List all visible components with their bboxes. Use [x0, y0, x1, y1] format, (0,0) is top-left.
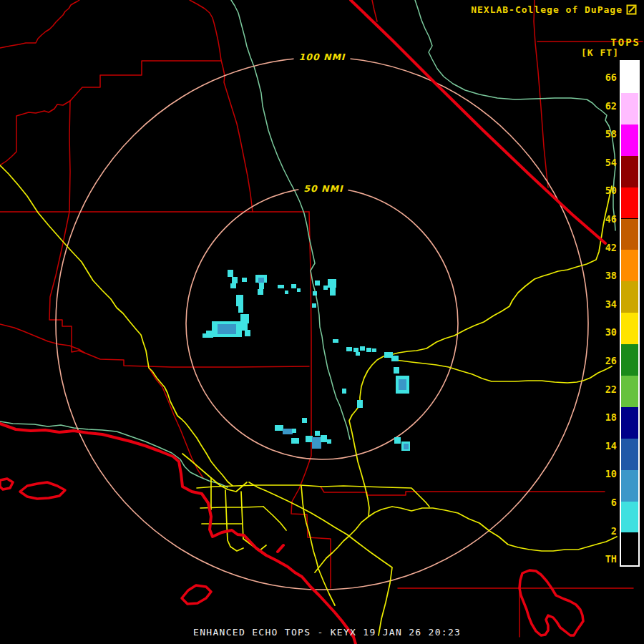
- colorbar-tick-label: 2: [588, 525, 617, 537]
- highway-line: [315, 507, 617, 572]
- thick-boundary-line: [278, 545, 283, 552]
- colorbar-segment: [621, 62, 638, 93]
- echo-top-bin: [315, 431, 320, 436]
- colorbar-segment: [621, 439, 638, 470]
- colorbar-tick-label: 62: [588, 100, 617, 112]
- colorbar-segment: [621, 281, 638, 313]
- echo-top-bin: [346, 347, 352, 351]
- county-boundary-line: [49, 212, 309, 367]
- island-outline: [0, 479, 13, 489]
- echo-top-bin: [372, 348, 376, 352]
- echo-top-bin: [312, 437, 321, 449]
- highway-line: [197, 485, 429, 507]
- colorbar-tick-label: 50: [588, 185, 617, 196]
- echo-top-bin: [259, 283, 264, 289]
- echo-top-bin: [342, 389, 346, 394]
- echo-top-bin: [232, 277, 238, 283]
- colorbar-segment: [621, 313, 638, 344]
- river-line: [231, 0, 350, 439]
- site-header-title: NEXLAB-College of DuPage: [471, 4, 623, 15]
- echo-top-bin: [278, 285, 284, 288]
- echo-top-bin: [297, 288, 301, 292]
- county-boundary-line: [149, 368, 203, 478]
- echo-top-bin: [238, 306, 243, 313]
- county-boundary-line: [0, 0, 79, 48]
- colorbar-segment: [621, 250, 638, 281]
- echo-top-bin: [333, 339, 338, 343]
- highway-line: [230, 547, 243, 551]
- colorbar-segment: [621, 156, 638, 187]
- colorbar-segment: [621, 533, 638, 565]
- echo-top-bin: [353, 348, 358, 352]
- echo-top-bin: [242, 278, 247, 282]
- county-boundary-line: [534, 0, 548, 187]
- colorbar-segment: [621, 344, 638, 376]
- echo-top-bin: [323, 286, 328, 290]
- range-ring-100nmi-label: 100 NMI: [294, 52, 351, 62]
- colorbar-segment: [621, 93, 638, 125]
- colorbar-segment: [621, 187, 638, 219]
- echo-top-bin: [285, 291, 288, 294]
- river-line: [415, 0, 615, 230]
- colorbar-tick-label: 46: [588, 213, 617, 225]
- highway-line: [263, 507, 286, 530]
- colorbar-scale: [620, 60, 640, 567]
- county-boundary-line: [372, 0, 377, 21]
- highway-line: [225, 490, 230, 547]
- colorbar-tick-label: 14: [588, 440, 617, 452]
- radar-screen: NEXLAB-College of DuPage TOPS [K FT] 666…: [0, 0, 644, 644]
- echo-top-bin: [230, 283, 236, 288]
- echo-top-bin: [218, 324, 236, 334]
- county-boundary-line: [321, 487, 605, 495]
- colorbar-tick-label: 34: [588, 298, 617, 310]
- echo-top-bin: [315, 280, 320, 286]
- colorbar-tick-label: 30: [588, 326, 617, 338]
- colorbar-tick-label: 54: [588, 157, 617, 168]
- colorbar-tick-label: 42: [588, 242, 617, 253]
- colorbar-segment: [621, 219, 638, 250]
- colorbar-tick-label: 22: [588, 384, 617, 395]
- echo-top-bin: [258, 289, 263, 295]
- cod-box-arrow-logo-icon: [626, 4, 637, 15]
- echo-top-bin: [391, 356, 399, 361]
- county-boundary-line: [291, 212, 331, 588]
- echo-top-bin: [394, 367, 399, 374]
- echo-top-bin: [203, 333, 208, 338]
- echo-top-bin: [245, 330, 250, 336]
- colorbar-units: [K FT]: [581, 47, 619, 58]
- colorbar-tick-label: 10: [588, 468, 617, 479]
- echo-top-bin: [306, 436, 313, 442]
- colorbar-tick-label: 58: [588, 128, 617, 140]
- echo-top-bin: [327, 439, 331, 444]
- colorbar-tick-label: 66: [588, 72, 617, 83]
- echo-top-bin: [275, 425, 283, 431]
- colorbar-segment: [621, 376, 638, 407]
- colorbar-tick-label: 38: [588, 270, 617, 281]
- colorbar-tick-label: 18: [588, 411, 617, 423]
- colorbar-segment: [621, 407, 638, 439]
- colorbar-tick-label: 26: [588, 355, 617, 366]
- range-ring-100nmi: [56, 57, 588, 590]
- radar-map-canvas: [0, 0, 644, 644]
- colorbar-tick-label: TH: [588, 553, 617, 565]
- colorbar-title: TOPS: [610, 36, 640, 48]
- thick-boundary-line: [0, 424, 356, 644]
- echo-top-bin: [366, 348, 371, 352]
- highway-line: [349, 186, 612, 517]
- island-outline: [20, 482, 65, 499]
- echo-top-bin: [283, 429, 293, 434]
- echo-top-bin: [302, 418, 307, 423]
- thick-boundary-line: [351, 0, 605, 243]
- echo-top-bin: [330, 288, 336, 296]
- echo-top-bin: [404, 444, 409, 449]
- colorbar-segment: [621, 470, 638, 502]
- echo-top-bin: [292, 429, 296, 433]
- echo-top-bin: [258, 278, 264, 283]
- highway-line: [390, 356, 612, 383]
- county-boundary-line: [0, 61, 221, 165]
- echo-top-bin: [313, 291, 317, 296]
- echo-top-bin: [399, 379, 406, 390]
- echo-top-bin: [312, 303, 316, 308]
- echo-top-bin: [236, 295, 243, 306]
- echo-top-bin: [242, 323, 248, 331]
